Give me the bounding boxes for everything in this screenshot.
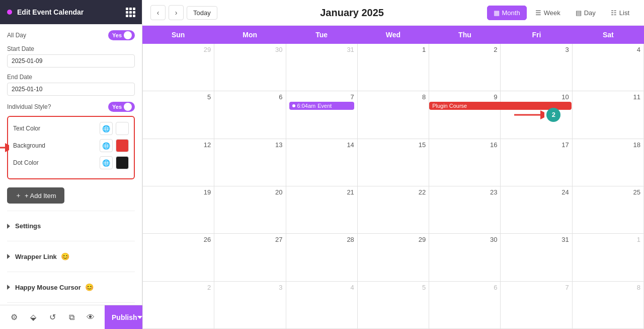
calendar-title: January 2025 [320, 7, 384, 19]
cal-cell[interactable]: 18 [573, 139, 644, 186]
background-swatch[interactable] [116, 139, 129, 152]
cal-week-2: 12131415161718 [143, 139, 644, 186]
settings-row[interactable]: Settings [7, 218, 135, 234]
sidebar-title: Edit Event Calendar [17, 8, 84, 16]
cal-cell[interactable]: 15 [358, 139, 429, 186]
all-day-toggle[interactable]: Yes [108, 30, 135, 40]
cal-cell[interactable]: 76:04am Event [286, 91, 358, 138]
cal-cell[interactable]: 30 [429, 234, 501, 281]
start-date-label: Start Date [7, 45, 135, 52]
cal-cell[interactable]: 4 [286, 282, 358, 328]
cal-cell[interactable]: 11 [573, 91, 644, 138]
annotation-arrow-svg-1 [0, 143, 9, 152]
cal-cell[interactable]: 3 [501, 44, 572, 91]
cal-cell[interactable]: 27 [214, 234, 286, 281]
cal-cell[interactable]: 21 [286, 186, 358, 233]
cal-cell[interactable]: 13 [214, 139, 286, 186]
cal-cell[interactable]: 3 [214, 282, 286, 328]
individual-style-label: Individual Style? [7, 103, 51, 110]
cal-cell[interactable]: 2 [429, 44, 501, 91]
calendar-body: 29303112345676:04am Event89Plugin Course… [142, 44, 644, 329]
cal-cell[interactable]: 2 [143, 282, 214, 328]
day-number: 22 [361, 188, 426, 196]
background-globe-btn[interactable]: 🌐 [100, 139, 113, 152]
start-date-input[interactable] [7, 54, 135, 68]
cal-cell[interactable]: 26 [143, 234, 214, 281]
cal-cell[interactable]: 28 [286, 234, 358, 281]
duplicate-bottom-btn[interactable]: ⧉ [62, 308, 80, 326]
dot-color-swatch[interactable] [116, 156, 129, 169]
text-color-row: Text Color 🌐 [13, 122, 129, 135]
day-number: 4 [576, 46, 640, 53]
day-number: 10 [504, 93, 569, 101]
today-button[interactable]: Today [187, 6, 217, 20]
settings-bottom-btn[interactable]: ⚙ [5, 308, 23, 326]
cal-cell[interactable]: 30 [214, 44, 286, 91]
history-bottom-btn[interactable]: ↺ [43, 308, 61, 326]
cal-cell[interactable]: 1 [573, 234, 644, 281]
day-number: 24 [504, 188, 569, 196]
view-week-button[interactable]: ☰ Week [529, 6, 567, 20]
toggle-circle-2 [124, 103, 132, 111]
text-color-globe-btn[interactable]: 🌐 [100, 122, 113, 135]
cal-cell[interactable]: 20 [214, 186, 286, 233]
day-number: 18 [576, 141, 640, 149]
end-date-input[interactable] [7, 83, 135, 96]
cal-cell[interactable]: 4 [573, 44, 644, 91]
cal-cell[interactable]: 12 [143, 139, 214, 186]
day-number: 23 [432, 188, 497, 196]
cal-cell[interactable]: 9Plugin Course2 [429, 91, 501, 138]
day-number: 2 [432, 46, 497, 53]
cal-cell[interactable]: 14 [286, 139, 358, 186]
cal-cell[interactable]: 1 [358, 44, 429, 91]
day-number: 7 [504, 284, 569, 291]
day-number: 9 [432, 93, 497, 101]
cal-cell[interactable]: 22 [358, 186, 429, 233]
day-number: 1 [361, 46, 426, 53]
month-icon: ▦ [494, 9, 500, 17]
layers-bottom-btn[interactable]: ⬙ [24, 308, 42, 326]
cal-cell[interactable]: 7 [501, 282, 572, 328]
app-dot [7, 10, 12, 15]
cal-cell[interactable]: 6 [214, 91, 286, 138]
day-number: 8 [361, 93, 426, 101]
cal-week-3: 19202122232425 [143, 186, 644, 234]
calendar-event[interactable]: Plugin Course [429, 102, 572, 110]
cal-cell[interactable]: 10 [501, 91, 572, 138]
day-number: 3 [217, 284, 282, 291]
divider-4 [7, 302, 135, 303]
cal-cell[interactable]: 17 [501, 139, 572, 186]
view-day-button[interactable]: ▤ Day [569, 6, 602, 20]
cal-cell[interactable]: 24 [501, 186, 572, 233]
cal-cell[interactable]: 6 [429, 282, 501, 328]
individual-style-toggle[interactable]: Yes [108, 102, 135, 112]
day-number: 25 [576, 188, 640, 196]
cal-cell[interactable]: 29 [358, 234, 429, 281]
cal-cell[interactable]: 5 [143, 91, 214, 138]
cal-cell[interactable]: 19 [143, 186, 214, 233]
add-item-button[interactable]: ＋ + Add Item [7, 187, 64, 204]
day-number: 31 [504, 236, 569, 243]
cal-cell[interactable]: 29 [143, 44, 214, 91]
view-month-button[interactable]: ▦ Month [487, 6, 527, 20]
dot-color-globe-btn[interactable]: 🌐 [100, 156, 113, 169]
wrapper-link-row[interactable]: Wrapper Link 😊 [7, 248, 135, 265]
cal-cell[interactable]: 23 [429, 186, 501, 233]
cal-cell[interactable]: 31 [501, 234, 572, 281]
cal-cell[interactable]: 16 [429, 139, 501, 186]
calendar-header: ‹ › Today January 2025 ▦ Month ☰ Week ▤ … [142, 0, 644, 26]
happy-mouse-row[interactable]: Happy Mouse Cursor 😊 [7, 279, 135, 295]
view-list-button[interactable]: ☷ List [604, 6, 636, 20]
cal-cell[interactable]: 25 [573, 186, 644, 233]
calendar-event[interactable]: 6:04am Event [289, 102, 354, 110]
style-options-box: Text Color 🌐 Background 🌐 Dot Color 🌐 [7, 116, 135, 179]
text-color-swatch[interactable] [116, 122, 129, 135]
grid-menu-icon[interactable] [126, 8, 135, 17]
cal-cell[interactable]: 8 [358, 91, 429, 138]
cal-cell[interactable]: 31 [286, 44, 358, 91]
cal-cell[interactable]: 8 [573, 282, 644, 328]
prev-month-button[interactable]: ‹ [150, 5, 166, 20]
eye-bottom-btn[interactable]: 👁 [82, 308, 100, 326]
cal-cell[interactable]: 5 [358, 282, 429, 328]
next-month-button[interactable]: › [169, 5, 184, 20]
